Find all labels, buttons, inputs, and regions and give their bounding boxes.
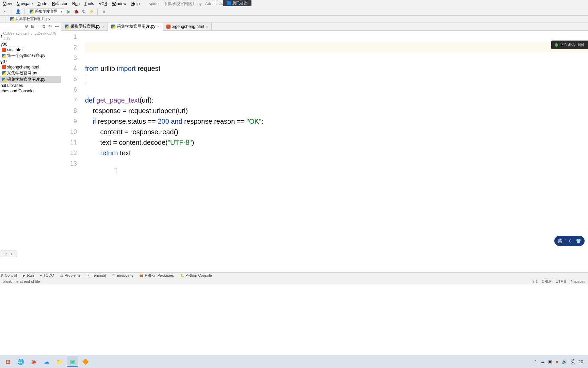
taskbar-app[interactable]: 🔶 bbox=[80, 356, 91, 367]
tray-time[interactable]: 20 bbox=[578, 359, 583, 364]
menu-vcs[interactable]: VCS bbox=[96, 1, 110, 7]
tree-path: C:\Users\liujianhong\Desktop\西工程 bbox=[3, 31, 60, 41]
ime-shirt-icon: 👕 bbox=[576, 239, 581, 244]
line-number: 2 bbox=[61, 42, 77, 53]
tree-item[interactable]: y06 bbox=[0, 42, 61, 47]
tool-icon: 📦 bbox=[139, 274, 143, 277]
gear-icon[interactable]: ⚙ bbox=[48, 24, 52, 29]
menu-window[interactable]: Window bbox=[110, 1, 129, 7]
html-icon bbox=[166, 25, 170, 29]
editor-tab[interactable]: xigongcheng.html× bbox=[163, 22, 212, 30]
tool-tab-terminal[interactable]: >_Terminal bbox=[86, 273, 107, 277]
taskbar-office[interactable]: ⊞ bbox=[2, 356, 14, 367]
html-icon bbox=[2, 65, 6, 69]
user-button[interactable]: 👤 bbox=[15, 9, 21, 14]
code-area[interactable]: from urllib import requestdef get_page_t… bbox=[85, 31, 588, 272]
tree-item[interactable]: y07 bbox=[0, 59, 61, 64]
breadcrumb-item[interactable]: 采集学校官网图片.py bbox=[9, 16, 51, 21]
editor-tab[interactable]: 采集学校官网图片.py× bbox=[108, 22, 163, 31]
tree-item[interactable]: nal Libraries bbox=[0, 83, 61, 88]
tree-label: y06 bbox=[1, 42, 7, 47]
menu-tools[interactable]: Tools bbox=[82, 1, 96, 7]
tree-item[interactable]: xigongcheng.html bbox=[0, 64, 61, 70]
coverage-button[interactable]: ↻ bbox=[81, 9, 86, 14]
run-button[interactable]: ▶ bbox=[66, 9, 71, 14]
editor-tab[interactable]: 采集学校官网.py× bbox=[61, 22, 108, 30]
tray-status-icon[interactable]: ● bbox=[556, 359, 558, 364]
hide-icon[interactable]: — bbox=[55, 24, 59, 29]
meeting-label: 腾讯会议 bbox=[232, 1, 247, 6]
tool-label: Endpoints bbox=[117, 273, 133, 277]
ime-dot-icon: ˙ bbox=[565, 239, 566, 244]
taskbar-explorer[interactable]: 📁 bbox=[54, 356, 65, 367]
taskbar-cloud[interactable]: ☁ bbox=[41, 356, 52, 367]
project-sidebar: ⊖ ⊟ ÷ ✿ ⚙ — r C:\Users\liujianhong\Deskt… bbox=[0, 22, 61, 272]
tool-label: TODO bbox=[44, 273, 54, 277]
menu-run[interactable]: Run bbox=[70, 1, 82, 7]
tree-item[interactable]: ches and Consoles bbox=[0, 88, 61, 94]
stop-button[interactable]: ■ bbox=[101, 9, 107, 14]
tray-app-icon[interactable]: ▣ bbox=[548, 359, 552, 364]
sb-select-icon[interactable]: ÷ bbox=[37, 24, 39, 29]
close-icon[interactable]: × bbox=[206, 25, 208, 29]
tool-tab-todo[interactable]: ≡TODO bbox=[39, 273, 55, 277]
menu-navigate[interactable]: Navigate bbox=[14, 1, 35, 7]
tray-chevron-icon[interactable]: ˄ bbox=[535, 359, 537, 364]
sb-expand-icon[interactable]: ⊟ bbox=[31, 24, 34, 29]
tool-label: Python Packages bbox=[145, 273, 174, 277]
tool-tab-run[interactable]: ▶Run bbox=[22, 273, 34, 277]
line-number: 5 bbox=[61, 74, 77, 85]
tool-label: Python Console bbox=[185, 273, 212, 277]
code-line: return text bbox=[85, 148, 588, 158]
tree-item[interactable]: 采集学校官网.py bbox=[0, 70, 61, 76]
left-control-strip[interactable]: ⌂..‹ bbox=[0, 250, 17, 257]
toolbar: ← 👤 采集学校官网 ▶ 🐞 ↻ ⚡ ■ bbox=[0, 7, 588, 16]
taskbar-edge[interactable]: 🌐 bbox=[15, 356, 27, 367]
tool-tab-endpoints[interactable]: ⬚Endpoints bbox=[112, 273, 134, 277]
menu-code[interactable]: Code bbox=[35, 1, 50, 7]
tool-tab-python-packages[interactable]: 📦Python Packages bbox=[138, 273, 175, 277]
profile-button[interactable]: ⚡ bbox=[88, 9, 94, 14]
tree-item[interactable]: sina.html bbox=[0, 47, 61, 52]
editor-area: 采集学校官网.py×采集学校官网图片.py×xigongcheng.html× … bbox=[61, 22, 588, 272]
breadcrumb-sep: 〉 bbox=[4, 16, 9, 21]
code-line: text = content.decode("UTF-8") bbox=[85, 137, 588, 148]
line-number: 6 bbox=[61, 85, 77, 95]
debug-button[interactable]: 🐞 bbox=[74, 9, 79, 14]
taskbar-chrome[interactable]: ◉ bbox=[28, 356, 39, 367]
ime-moon-icon: ☾ bbox=[569, 239, 573, 244]
close-icon[interactable]: × bbox=[157, 25, 159, 29]
tool-icon: ⬚ bbox=[112, 274, 115, 277]
ime-pill[interactable]: 英 ˙ ☾ 👕 bbox=[554, 236, 585, 246]
tree-item[interactable]: 第一个python程序.py bbox=[0, 52, 61, 59]
tray-volume-icon[interactable]: 🔊 bbox=[562, 359, 567, 364]
tool-tab-problems[interactable]: ⚠Problems bbox=[60, 273, 81, 277]
tree-item[interactable]: r C:\Users\liujianhong\Desktop\西工程 bbox=[0, 31, 61, 42]
bottom-toolstrip: ⎘Control▶Run≡TODO⚠Problems>_Terminal⬚End… bbox=[0, 272, 588, 278]
nav-back-button[interactable]: ← bbox=[3, 9, 8, 14]
code-line bbox=[85, 85, 588, 95]
tray-ime-icon[interactable]: 英 bbox=[571, 358, 575, 365]
sb-show-icon[interactable]: ✿ bbox=[42, 24, 46, 29]
file-encoding[interactable]: UTF-8 bbox=[556, 279, 566, 283]
taskbar-pycharm[interactable]: ▣ bbox=[67, 356, 78, 367]
menu-help[interactable]: Help bbox=[129, 1, 142, 7]
line-separator[interactable]: CRLF bbox=[542, 279, 552, 283]
python-icon bbox=[111, 25, 115, 29]
menu-view[interactable]: View bbox=[1, 1, 14, 7]
gutter: 12345678910111213 bbox=[61, 31, 82, 272]
tool-tab-python-console[interactable]: 🐍Python Console bbox=[179, 273, 213, 277]
editor-body[interactable]: 12345678910111213 from urllib import req… bbox=[61, 31, 588, 272]
python-icon bbox=[30, 10, 34, 14]
tree-item[interactable]: 采集学校官网图片.py bbox=[0, 76, 61, 83]
sb-collapse-icon[interactable]: ⊖ bbox=[25, 24, 28, 29]
menu-refactor[interactable]: Refactor bbox=[50, 1, 70, 7]
tray-cloud-icon[interactable]: ☁ bbox=[540, 359, 545, 364]
close-icon[interactable]: × bbox=[102, 25, 104, 29]
code-line bbox=[85, 169, 588, 180]
caret-position[interactable]: 2:1 bbox=[533, 279, 538, 283]
meeting-overlay[interactable]: 腾讯会议 bbox=[223, 0, 251, 6]
tool-tab-control[interactable]: ⎘Control bbox=[1, 273, 17, 277]
indent-setting[interactable]: 4 spaces bbox=[570, 279, 585, 283]
run-config-select[interactable]: 采集学校官网 bbox=[28, 8, 64, 15]
